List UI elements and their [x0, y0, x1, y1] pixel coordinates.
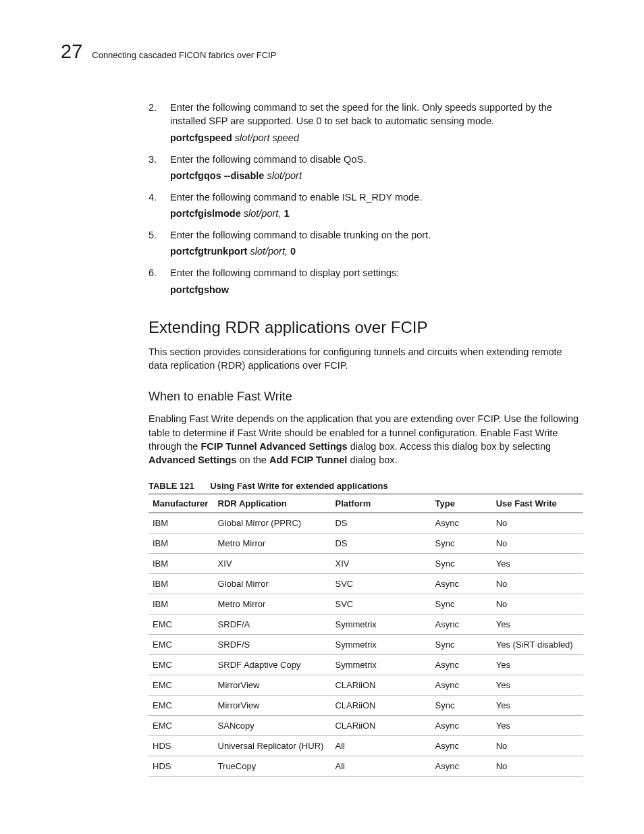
- table-row: IBMGlobal Mirror (PPRC)DSAsyncNo: [149, 513, 583, 533]
- table-cell: SVC: [331, 594, 431, 614]
- body-column: 2.Enter the following command to set the…: [149, 101, 583, 777]
- table-cell: CLARiiON: [331, 695, 431, 715]
- table-cell: EMC: [149, 675, 214, 695]
- table-cell: Yes (SiRT disabled): [492, 634, 583, 654]
- table-cell: No: [492, 573, 583, 594]
- command-line: portcfgislmode slot/port, 1: [170, 208, 583, 219]
- table-row: EMCMirrorViewCLARiiONSyncYes: [149, 695, 583, 715]
- table-cell: DS: [331, 533, 431, 553]
- table-row: EMCSRDF Adaptive CopySymmetrixAsyncYes: [149, 654, 583, 675]
- table-cell: IBM: [149, 533, 214, 553]
- step-text: Enter the following command to enable IS…: [170, 192, 422, 203]
- table-cell: SRDF/S: [214, 634, 331, 654]
- command-line: portcfgqos --disable slot/port: [170, 170, 583, 181]
- table-cell: XIV: [331, 553, 431, 573]
- table-cell: Yes: [492, 695, 583, 715]
- command-name: portcfgqos --disable: [170, 170, 264, 181]
- fast-write-table: ManufacturerRDR ApplicationPlatformTypeU…: [149, 494, 583, 777]
- column-header: Platform: [331, 494, 431, 513]
- table-cell: Sync: [431, 634, 492, 654]
- table-row: EMCSANcopyCLARiiONAsyncYes: [149, 715, 583, 735]
- table-cell: Global Mirror: [214, 573, 331, 594]
- table-cell: Yes: [492, 614, 583, 634]
- table-cell: Global Mirror (PPRC): [214, 513, 331, 533]
- table-cell: EMC: [149, 715, 214, 735]
- table-row: EMCMirrorViewCLARiiONAsyncYes: [149, 675, 583, 695]
- chapter-number: 27: [61, 41, 82, 63]
- command-line: portcfgshow: [170, 284, 583, 295]
- table-cell: Async: [431, 756, 492, 776]
- table-cell: IBM: [149, 594, 214, 614]
- table-cell: Universal Replicator (HUR): [214, 735, 331, 756]
- table-cell: No: [492, 756, 583, 776]
- para-text: dialog box.: [347, 454, 397, 465]
- table-cell: Sync: [431, 594, 492, 614]
- command-suffix: 1: [281, 208, 289, 219]
- table-cell: EMC: [149, 695, 214, 715]
- table-caption: TABLE 121 Using Fast Write for extended …: [149, 481, 583, 491]
- table-cell: Yes: [492, 553, 583, 573]
- table-cell: EMC: [149, 654, 214, 675]
- step-number: 2.: [149, 101, 157, 114]
- table-row: EMCSRDF/ASymmetrixAsyncYes: [149, 614, 583, 634]
- command-name: portcfgtrunkport: [170, 246, 247, 257]
- table-cell: TrueCopy: [214, 756, 331, 776]
- inline-bold-2: Advanced Settings: [149, 454, 237, 465]
- table-cell: Yes: [492, 654, 583, 675]
- step-text: Enter the following command to disable Q…: [170, 154, 366, 165]
- table-cell: DS: [331, 513, 431, 533]
- table-cell: HDS: [149, 756, 214, 776]
- table-cell: Symmetrix: [331, 614, 431, 634]
- command-args: slot/port,: [241, 208, 281, 219]
- table-cell: Async: [431, 715, 492, 735]
- table-cell: Async: [431, 675, 492, 695]
- step-number: 6.: [149, 266, 157, 280]
- table-row: IBMMetro MirrorDSSyncNo: [149, 533, 583, 553]
- table-row: HDSUniversal Replicator (HUR)AllAsyncNo: [149, 735, 583, 756]
- table-cell: Sync: [431, 533, 492, 553]
- table-cell: Yes: [492, 715, 583, 735]
- command-args: slot/port speed: [232, 132, 299, 143]
- table-cell: SANcopy: [214, 715, 331, 735]
- table-cell: MirrorView: [214, 695, 331, 715]
- table-label: TABLE 121: [149, 481, 194, 491]
- table-cell: CLARiiON: [331, 675, 431, 695]
- step-item: 5.Enter the following command to disable…: [149, 228, 583, 242]
- table-cell: SRDF Adaptive Copy: [214, 654, 331, 675]
- inline-bold-1: FCIP Tunnel Advanced Settings: [200, 441, 347, 452]
- table-cell: Symmetrix: [331, 634, 431, 654]
- command-suffix: 0: [288, 246, 296, 257]
- table-cell: Metro Mirror: [214, 594, 331, 614]
- column-header: RDR Application: [214, 494, 331, 513]
- step-item: 3.Enter the following command to disable…: [149, 153, 583, 166]
- table-cell: Async: [431, 735, 492, 756]
- table-cell: EMC: [149, 634, 214, 654]
- section-intro: This section provides considerations for…: [149, 345, 583, 373]
- subsection-paragraph: Enabling Fast Write depends on the appli…: [149, 412, 583, 467]
- table-cell: Async: [431, 573, 492, 594]
- step-text: Enter the following command to display p…: [170, 267, 399, 278]
- command-line: portcfgtrunkport slot/port, 0: [170, 246, 583, 257]
- step-list: 2.Enter the following command to set the…: [149, 101, 583, 295]
- table-cell: All: [331, 756, 431, 776]
- section-heading: Extending RDR applications over FCIP: [149, 318, 583, 337]
- inline-bold-3: Add FCIP Tunnel: [269, 454, 347, 465]
- table-cell: No: [492, 735, 583, 756]
- table-cell: No: [492, 533, 583, 553]
- table-cell: CLARiiON: [331, 715, 431, 735]
- table-cell: No: [492, 513, 583, 533]
- table-row: HDSTrueCopyAllAsyncNo: [149, 756, 583, 776]
- table-cell: IBM: [149, 513, 214, 533]
- step-item: 4.Enter the following command to enable …: [149, 190, 583, 204]
- command-args: slot/port,: [247, 246, 288, 257]
- table-cell: Metro Mirror: [214, 533, 331, 553]
- step-item: 2.Enter the following command to set the…: [149, 101, 583, 128]
- table-cell: EMC: [149, 614, 214, 634]
- table-cell: Async: [431, 654, 492, 675]
- table-cell: Yes: [492, 675, 583, 695]
- subsection-heading: When to enable Fast Write: [149, 390, 583, 404]
- column-header: Manufacturer: [149, 494, 214, 513]
- table-row: IBMXIVXIVSyncYes: [149, 553, 583, 573]
- step-number: 3.: [149, 153, 157, 166]
- para-text: dialog box. Access this dialog box by se…: [348, 441, 551, 452]
